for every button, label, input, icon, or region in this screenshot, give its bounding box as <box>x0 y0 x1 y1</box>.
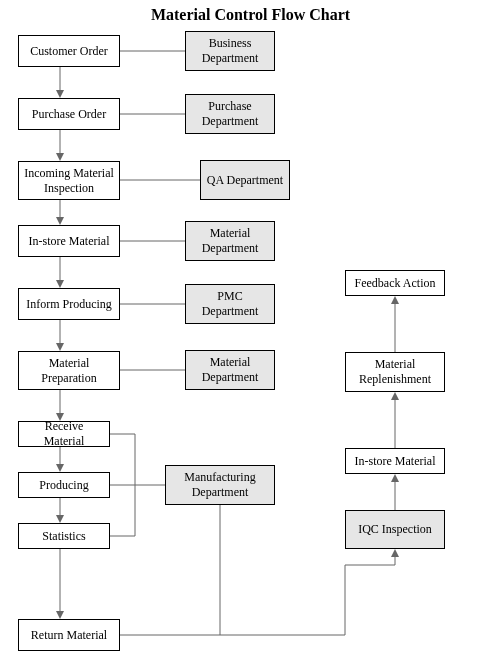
step-receive-material: Receive Material <box>18 421 110 447</box>
svg-marker-40 <box>391 296 399 304</box>
svg-marker-1 <box>56 90 64 98</box>
step-incoming-inspection: Incoming Material Inspection <box>18 161 120 200</box>
step-customer-order: Customer Order <box>18 35 120 67</box>
svg-marker-13 <box>56 464 64 472</box>
dept-material-2: Material Department <box>185 350 275 390</box>
dept-pmc: PMC Department <box>185 284 275 324</box>
svg-marker-7 <box>56 280 64 288</box>
step-instore-material-r: In-store Material <box>345 448 445 474</box>
step-feedback-action: Feedback Action <box>345 270 445 296</box>
svg-marker-36 <box>391 474 399 482</box>
svg-marker-34 <box>391 549 399 557</box>
step-instore-material: In-store Material <box>18 225 120 257</box>
svg-marker-5 <box>56 217 64 225</box>
step-purchase-order: Purchase Order <box>18 98 120 130</box>
svg-marker-15 <box>56 515 64 523</box>
dept-manufacturing: Manufacturing Department <box>165 465 275 505</box>
step-inform-producing: Inform Producing <box>18 288 120 320</box>
step-return-material: Return Material <box>18 619 120 651</box>
step-iqc-inspection: IQC Inspection <box>345 510 445 549</box>
step-material-replenishment: Material Replenishment <box>345 352 445 392</box>
svg-marker-38 <box>391 392 399 400</box>
step-producing: Producing <box>18 472 110 498</box>
svg-marker-9 <box>56 343 64 351</box>
dept-purchase: Purchase Department <box>185 94 275 134</box>
dept-material-1: Material Department <box>185 221 275 261</box>
dept-qa: QA Department <box>200 160 290 200</box>
svg-marker-17 <box>56 611 64 619</box>
svg-marker-3 <box>56 153 64 161</box>
flow-chart-page: Material Control Flow Chart <box>0 0 501 660</box>
step-material-preparation: Material Preparation <box>18 351 120 390</box>
step-statistics: Statistics <box>18 523 110 549</box>
dept-business: Business Department <box>185 31 275 71</box>
